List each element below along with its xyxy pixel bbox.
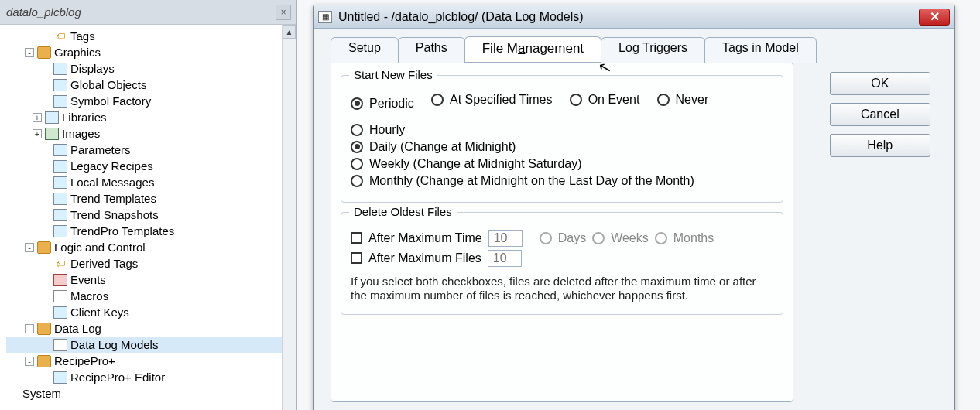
collapse-icon[interactable]: - [25, 324, 34, 333]
project-tree-panel: datalo_plcblog × 🏷Tags-GraphicsDisplaysG… [0, 0, 297, 410]
generic-icon [53, 95, 67, 108]
expand-icon[interactable]: + [33, 129, 42, 138]
radio-weeks[interactable] [592, 232, 605, 244]
delete-help-text: If you select both checkboxes, files are… [351, 275, 773, 304]
check-after-max-files-row: After Maximum Files 10 [351, 250, 773, 267]
help-button[interactable]: Help [830, 134, 930, 157]
img-icon [45, 128, 59, 140]
tree-node-logic-and-control[interactable]: -Logic and Control [6, 239, 296, 255]
tree-node-macros[interactable]: Macros [6, 288, 296, 304]
tree-node-label: Libraries [62, 111, 107, 124]
tab-setup[interactable]: Setup [331, 37, 399, 63]
collapse-icon[interactable]: - [25, 243, 34, 252]
tree-node-data-log-models[interactable]: Data Log Models [6, 337, 296, 353]
tree-node-images[interactable]: +Images [6, 125, 296, 142]
file-management-pane: Start New Files Periodic At Specified Ti… [331, 62, 793, 402]
radio-at-specified-times[interactable]: At Specified Times [431, 93, 553, 107]
tree-node-symbol-factory[interactable]: Symbol Factory [6, 93, 296, 109]
tree-title: datalo_plcblog [6, 5, 81, 19]
collapse-icon[interactable]: - [25, 48, 34, 57]
tab-tags-in-model[interactable]: Tags in Model [704, 37, 817, 63]
tag-icon: 🏷 [53, 30, 67, 43]
tree-node-derived-tags[interactable]: 🏷Derived Tags [6, 255, 296, 272]
generic-icon [53, 225, 67, 237]
radio-icon [657, 94, 670, 106]
tab-paths[interactable]: Paths [398, 37, 465, 63]
page-icon [53, 290, 67, 302]
dialog-close-button[interactable]: ✕ [919, 9, 950, 26]
tree-node-events[interactable]: Events [6, 272, 296, 288]
tree-node-parameters[interactable]: Parameters [6, 142, 296, 158]
radio-days[interactable] [540, 232, 552, 244]
delete-oldest-files-group: Delete Oldest Files After Maximum Time 1… [341, 212, 783, 316]
radio-never[interactable]: Never [657, 93, 709, 107]
tree-node-data-log[interactable]: -Data Log [6, 320, 296, 337]
tree-node-trend-templates[interactable]: Trend Templates [6, 190, 296, 207]
dialog-icon: ▦ [318, 11, 332, 23]
max-files-input[interactable]: 10 [488, 250, 522, 267]
tree-titlebar: datalo_plcblog × [0, 0, 296, 25]
tree-node-label: Trend Templates [70, 192, 156, 205]
radio-months[interactable] [655, 232, 667, 244]
check-after-max-files[interactable] [351, 252, 362, 264]
radio-hourly[interactable]: Hourly [351, 123, 773, 137]
scroll-up-icon[interactable]: ▲ [283, 25, 296, 39]
red-icon [53, 274, 67, 286]
tree-node-label: Symbol Factory [70, 94, 151, 108]
tree-node-system[interactable]: System [6, 385, 296, 401]
generic-icon [53, 160, 67, 173]
expand-icon[interactable]: + [33, 113, 42, 122]
data-log-dialog: ▦ Untitled - /datalo_plcblog/ (Data Log … [313, 5, 955, 410]
tree-node-label: RecipePro+ [54, 354, 115, 367]
tree-node-label: Derived Tags [70, 257, 138, 270]
tree-scrollbar[interactable]: ▲ [282, 25, 296, 410]
tree-node-label: TrendPro Templates [70, 224, 174, 237]
tag-icon: 🏷 [53, 258, 67, 270]
page-icon [53, 339, 67, 351]
dialog-tabs: Setup Paths File Management Log Triggers [331, 36, 816, 62]
generic-icon [53, 63, 67, 75]
check-after-max-time[interactable] [351, 232, 362, 244]
tree-node-label: Trend Snapshots [70, 208, 159, 221]
tree-node-trendpro-templates[interactable]: TrendPro Templates [6, 223, 296, 239]
dialog-titlebar[interactable]: ▦ Untitled - /datalo_plcblog/ (Data Log … [314, 5, 954, 29]
tree-node-graphics[interactable]: -Graphics [6, 44, 296, 60]
radio-icon [351, 97, 363, 110]
tree-node-label: Events [70, 273, 106, 286]
radio-icon [351, 124, 363, 136]
after-max-time-label: After Maximum Time [368, 231, 482, 245]
radio-periodic[interactable]: Periodic [351, 97, 414, 111]
generic-icon [53, 371, 67, 384]
radio-daily[interactable]: Daily (Change at Midnight) [351, 140, 773, 154]
tree-node-legacy-recipes[interactable]: Legacy Recipes [6, 158, 296, 174]
tree-close-button[interactable]: × [276, 5, 291, 20]
collapse-icon[interactable]: - [25, 357, 34, 366]
tree-node-recipepro-[interactable]: -RecipePro+ [6, 353, 296, 369]
tree-node-libraries[interactable]: +Libraries [6, 109, 296, 125]
radio-icon [570, 94, 582, 106]
tree-node-local-messages[interactable]: Local Messages [6, 174, 296, 190]
generic-icon [53, 209, 67, 221]
max-time-input[interactable]: 10 [488, 230, 523, 247]
radio-on-event[interactable]: On Event [570, 93, 640, 107]
tree-node-recipepro-editor[interactable]: RecipePro+ Editor [6, 369, 296, 385]
tab-log-triggers[interactable]: Log Triggers [601, 37, 705, 63]
tree-node-label: Client Keys [70, 306, 129, 319]
generic-icon [53, 144, 67, 156]
tab-file-management[interactable]: File Management [464, 36, 601, 62]
radio-weekly[interactable]: Weekly (Change at Midnight Saturday) [351, 157, 773, 171]
radio-icon [431, 94, 444, 106]
tree-node-tags[interactable]: 🏷Tags [6, 28, 296, 44]
tree-node-displays[interactable]: Displays [6, 60, 296, 77]
radio-monthly[interactable]: Monthly (Change at Midnight on the Last … [351, 174, 773, 188]
dialog-title-text: Untitled - /datalo_plcblog/ (Data Log Mo… [338, 10, 584, 24]
tree-node-trend-snapshots[interactable]: Trend Snapshots [6, 207, 296, 223]
tree-node-global-objects[interactable]: Global Objects [6, 77, 296, 93]
tree-body: 🏷Tags-GraphicsDisplaysGlobal ObjectsSymb… [0, 25, 296, 410]
ok-button[interactable]: OK [830, 72, 930, 95]
tree-node-client-keys[interactable]: Client Keys [6, 304, 296, 320]
cancel-button[interactable]: Cancel [830, 103, 930, 126]
tree-node-label: Global Objects [70, 78, 146, 91]
dialog-area: ▦ Untitled - /datalo_plcblog/ (Data Log … [297, 0, 980, 410]
dialog-side-buttons: OK Cancel Help [830, 72, 930, 402]
